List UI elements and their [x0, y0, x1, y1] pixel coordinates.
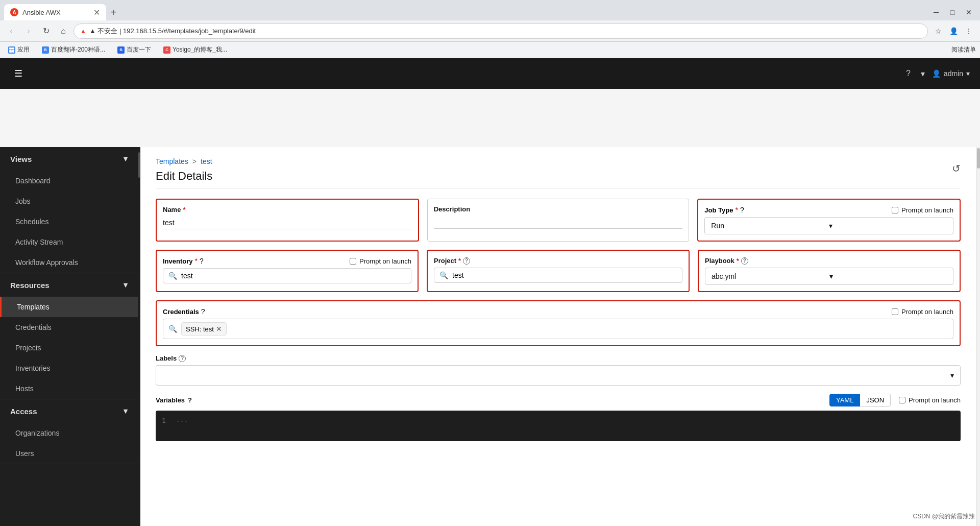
user-menu-button[interactable]: 👤 admin ▾: [932, 69, 970, 78]
credentials-prompt-launch: Prompt on launch: [892, 308, 953, 316]
browser-tab[interactable]: A Ansible AWX ✕: [4, 4, 106, 20]
back-button[interactable]: ‹: [4, 24, 18, 38]
inventory-label-row: Inventory * ? Prompt on launch: [163, 257, 411, 265]
sidebar-section-access-header[interactable]: Access ▾: [0, 399, 138, 423]
content-header: Templates > test Edit Details ↺: [140, 147, 976, 188]
help-chevron[interactable]: ▾: [918, 66, 928, 82]
name-input[interactable]: [163, 217, 412, 229]
sidebar-item-jobs[interactable]: Jobs: [0, 191, 138, 211]
inventory-input[interactable]: [181, 272, 406, 280]
playbook-help-icon[interactable]: ?: [741, 257, 748, 265]
close-button[interactable]: ✕: [962, 5, 976, 19]
inventory-prompt-checkbox[interactable]: [350, 258, 356, 265]
sidebar-item-templates[interactable]: Templates: [0, 297, 138, 317]
bookmark-apps[interactable]: 应用: [4, 44, 34, 55]
variables-help-icon[interactable]: ?: [188, 396, 192, 404]
sidebar-item-projects[interactable]: Projects: [0, 338, 138, 358]
sidebar-item-workflow-approvals[interactable]: Workflow Approvals: [0, 252, 138, 273]
sidebar-section-access: Access ▾ Organizations Users: [0, 399, 138, 464]
profile-button[interactable]: 👤: [946, 24, 961, 38]
labels-chevron-icon: ▾: [950, 371, 954, 379]
project-search-icon: 🔍: [439, 271, 448, 279]
sidebar-item-organizations[interactable]: Organizations: [0, 423, 138, 443]
sidebar-scroll-thumb: [138, 152, 140, 178]
inventory-search-field[interactable]: 🔍: [163, 268, 411, 283]
form-row-2: Inventory * ? Prompt on launch 🔍: [156, 250, 961, 292]
breadcrumb-current: test: [201, 157, 212, 165]
bookmark-button[interactable]: ☆: [931, 24, 945, 38]
breadcrumb-templates-link[interactable]: Templates: [156, 157, 188, 165]
sidebar-item-users[interactable]: Users: [0, 443, 138, 464]
project-search-field[interactable]: 🔍: [434, 268, 682, 283]
variables-label: Variables ?: [156, 396, 192, 404]
sidebar-item-schedules[interactable]: Schedules: [0, 211, 138, 232]
playbook-select[interactable]: abc.yml ▾: [705, 268, 953, 285]
sidebar-section-views: Views ▾ Dashboard Jobs Schedules Activit…: [0, 147, 138, 273]
more-button[interactable]: ⋮: [962, 24, 976, 38]
history-button[interactable]: ↺: [952, 162, 961, 175]
bookmark-blog[interactable]: C Yosigo_的博客_我...: [159, 44, 231, 55]
sidebar-section-views-header[interactable]: Views ▾: [0, 147, 138, 171]
project-input[interactable]: [452, 271, 677, 279]
bookmark-fanyi[interactable]: B 百度翻译-200种语...: [38, 44, 109, 55]
name-label: Name *: [163, 206, 412, 213]
inventory-field: Inventory * ? Prompt on launch 🔍: [156, 250, 419, 292]
tab-close-button[interactable]: ✕: [93, 8, 100, 17]
main-content: Templates > test Edit Details ↺ Name *: [140, 147, 976, 526]
reading-list-button[interactable]: 阅读清单: [951, 45, 976, 54]
yaml-button[interactable]: YAML: [829, 394, 860, 407]
home-button[interactable]: ⌂: [56, 24, 70, 38]
new-tab-button[interactable]: +: [106, 5, 120, 19]
variables-prompt-launch: Prompt on launch: [899, 396, 961, 404]
variables-header: Variables ? YAML JSON Prompt on launch: [156, 394, 961, 407]
project-required-marker: *: [458, 257, 461, 265]
credentials-help-icon[interactable]: ?: [201, 307, 205, 316]
variables-content: ---: [176, 417, 188, 424]
address-bar[interactable]: ▲ ▲ 不安全 | 192.168.15.5/#/templates/job_t…: [74, 23, 928, 39]
name-required-marker: *: [183, 206, 185, 213]
json-button[interactable]: JSON: [860, 394, 891, 407]
labels-select[interactable]: ▾: [156, 365, 961, 386]
sidebar-item-inventories[interactable]: Inventories: [0, 358, 138, 378]
bookmark-baidu-label: 百度一下: [127, 45, 151, 54]
hamburger-menu-button[interactable]: ☰: [10, 64, 27, 83]
playbook-label: Playbook * ?: [705, 257, 953, 265]
job-type-prompt-checkbox[interactable]: [892, 207, 898, 213]
forward-button[interactable]: ›: [21, 24, 36, 38]
description-input[interactable]: [434, 216, 683, 229]
credentials-remove-button[interactable]: ✕: [216, 325, 222, 333]
top-navigation: ☰ ? ▾ 👤 admin ▾: [0, 58, 980, 89]
variables-code-area[interactable]: 1 ---: [156, 411, 961, 441]
job-type-help-icon[interactable]: ?: [740, 206, 744, 214]
variables-prompt-checkbox[interactable]: [899, 397, 905, 403]
favicon-icon: A: [10, 8, 18, 16]
project-label: Project * ?: [434, 257, 682, 265]
window-controls: ─ □ ✕: [929, 5, 976, 19]
inventory-prompt-launch: Prompt on launch: [350, 257, 411, 265]
bookmark-baidu[interactable]: B 百度一下: [113, 44, 155, 55]
reload-button[interactable]: ↻: [39, 24, 53, 38]
bookmark-blog-label: Yosigo_的博客_我...: [173, 45, 227, 54]
project-help-icon[interactable]: ?: [463, 257, 470, 265]
inventory-required-marker: *: [195, 257, 198, 265]
sidebar-item-activity-stream[interactable]: Activity Stream: [0, 232, 138, 252]
labels-help-icon[interactable]: ?: [179, 355, 186, 362]
sidebar: Views ▾ Dashboard Jobs Schedules Activit…: [0, 147, 138, 526]
help-button[interactable]: ?: [903, 66, 914, 81]
sidebar-item-credentials[interactable]: Credentials: [0, 317, 138, 338]
credentials-prompt-checkbox[interactable]: [892, 308, 898, 315]
form-row-3: Credentials ? Prompt on launch 🔍 SSH: te…: [156, 300, 961, 346]
labels-label: Labels ?: [156, 354, 961, 362]
credentials-search-icon: 🔍: [168, 325, 177, 333]
job-type-select[interactable]: Run ▾: [704, 217, 953, 234]
inventory-help-icon[interactable]: ?: [200, 257, 204, 265]
main-scrollbar[interactable]: [976, 147, 980, 526]
sidebar-item-hosts[interactable]: Hosts: [0, 378, 138, 399]
sidebar-item-dashboard[interactable]: Dashboard: [0, 171, 138, 191]
job-type-chevron-icon: ▾: [829, 222, 947, 230]
job-type-required-marker: *: [735, 206, 738, 214]
maximize-button[interactable]: □: [945, 5, 960, 19]
sidebar-section-resources-header[interactable]: Resources ▾: [0, 273, 138, 297]
minimize-button[interactable]: ─: [929, 5, 943, 19]
job-type-label-row: Job Type * ? Prompt on launch: [704, 206, 953, 214]
